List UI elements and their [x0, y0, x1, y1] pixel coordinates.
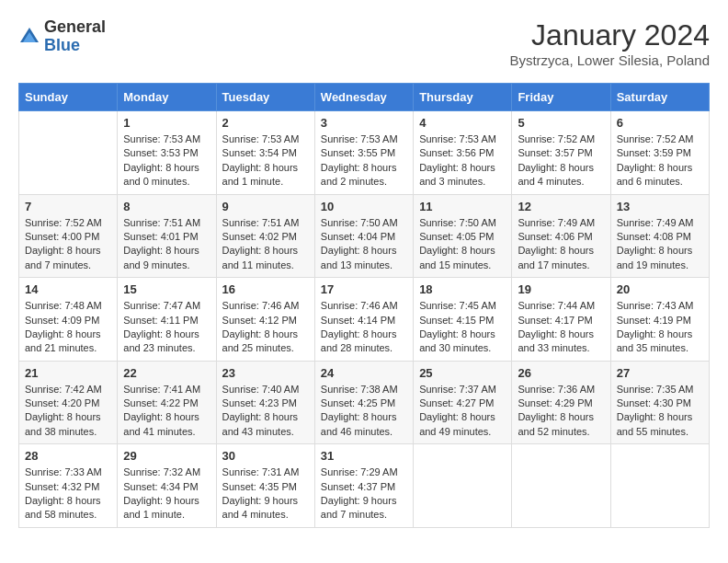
calendar-table: SundayMondayTuesdayWednesdayThursdayFrid…	[18, 83, 710, 528]
calendar-cell: 14Sunrise: 7:48 AM Sunset: 4:09 PM Dayli…	[19, 278, 118, 362]
calendar-cell: 23Sunrise: 7:40 AM Sunset: 4:23 PM Dayli…	[216, 361, 314, 444]
header-day-tuesday: Tuesday	[216, 84, 314, 111]
week-row-2: 7Sunrise: 7:52 AM Sunset: 4:00 PM Daylig…	[19, 194, 710, 278]
day-info: Sunrise: 7:45 AM Sunset: 4:15 PM Dayligh…	[419, 299, 506, 356]
calendar-cell: 22Sunrise: 7:41 AM Sunset: 4:22 PM Dayli…	[118, 361, 216, 444]
calendar-cell: 13Sunrise: 7:49 AM Sunset: 4:08 PM Dayli…	[610, 194, 709, 278]
day-number: 5	[518, 116, 604, 130]
day-number: 22	[123, 366, 210, 380]
calendar-cell: 24Sunrise: 7:38 AM Sunset: 4:25 PM Dayli…	[314, 361, 413, 444]
day-info: Sunrise: 7:36 AM Sunset: 4:29 PM Dayligh…	[518, 383, 604, 440]
calendar-cell: 27Sunrise: 7:35 AM Sunset: 4:30 PM Dayli…	[610, 361, 709, 444]
day-info: Sunrise: 7:31 AM Sunset: 4:35 PM Dayligh…	[222, 465, 309, 523]
week-row-3: 14Sunrise: 7:48 AM Sunset: 4:09 PM Dayli…	[19, 278, 710, 362]
calendar-cell: 6Sunrise: 7:52 AM Sunset: 3:59 PM Daylig…	[610, 111, 709, 195]
header-day-monday: Monday	[118, 84, 216, 111]
day-number: 23	[222, 366, 309, 380]
day-info: Sunrise: 7:43 AM Sunset: 4:19 PM Dayligh…	[617, 299, 703, 356]
day-info: Sunrise: 7:47 AM Sunset: 4:11 PM Dayligh…	[123, 299, 210, 356]
day-number: 26	[518, 366, 604, 380]
header-day-thursday: Thursday	[414, 84, 512, 111]
day-info: Sunrise: 7:49 AM Sunset: 4:08 PM Dayligh…	[617, 216, 703, 273]
day-number: 20	[617, 282, 703, 296]
title-area: January 2024 Bystrzyca, Lower Silesia, P…	[509, 18, 710, 68]
location-title: Bystrzyca, Lower Silesia, Poland	[509, 52, 710, 68]
day-info: Sunrise: 7:51 AM Sunset: 4:02 PM Dayligh…	[222, 216, 309, 273]
day-number: 24	[321, 366, 407, 380]
calendar-cell: 28Sunrise: 7:33 AM Sunset: 4:32 PM Dayli…	[19, 444, 118, 528]
calendar-cell: 11Sunrise: 7:50 AM Sunset: 4:05 PM Dayli…	[414, 194, 512, 278]
logo-blue: Blue	[44, 36, 80, 54]
calendar-cell: 4Sunrise: 7:53 AM Sunset: 3:56 PM Daylig…	[414, 111, 512, 195]
day-info: Sunrise: 7:38 AM Sunset: 4:25 PM Dayligh…	[321, 383, 407, 440]
calendar-cell	[19, 111, 118, 195]
day-number: 4	[419, 116, 506, 130]
calendar-cell	[512, 444, 610, 528]
header-day-wednesday: Wednesday	[314, 84, 413, 111]
day-number: 25	[419, 366, 506, 380]
day-number: 28	[25, 449, 111, 463]
day-number: 13	[617, 200, 703, 213]
calendar-cell: 20Sunrise: 7:43 AM Sunset: 4:19 PM Dayli…	[610, 278, 709, 362]
month-title: January 2024	[509, 18, 710, 52]
day-info: Sunrise: 7:48 AM Sunset: 4:09 PM Dayligh…	[25, 299, 111, 356]
day-info: Sunrise: 7:29 AM Sunset: 4:37 PM Dayligh…	[321, 465, 407, 523]
calendar-cell: 29Sunrise: 7:32 AM Sunset: 4:34 PM Dayli…	[118, 444, 216, 528]
header-row: SundayMondayTuesdayWednesdayThursdayFrid…	[19, 84, 710, 111]
calendar-cell: 7Sunrise: 7:52 AM Sunset: 4:00 PM Daylig…	[19, 194, 118, 278]
logo-general: General	[44, 17, 106, 36]
day-info: Sunrise: 7:44 AM Sunset: 4:17 PM Dayligh…	[518, 299, 604, 356]
day-info: Sunrise: 7:32 AM Sunset: 4:34 PM Dayligh…	[123, 465, 210, 523]
header: General Blue January 2024 Bystrzyca, Low…	[18, 18, 710, 68]
day-number: 2	[222, 116, 309, 130]
calendar-cell: 3Sunrise: 7:53 AM Sunset: 3:55 PM Daylig…	[314, 111, 413, 195]
day-info: Sunrise: 7:46 AM Sunset: 4:12 PM Dayligh…	[222, 299, 309, 356]
calendar-cell: 12Sunrise: 7:49 AM Sunset: 4:06 PM Dayli…	[512, 194, 610, 278]
logo: General Blue	[18, 18, 106, 55]
calendar-cell: 2Sunrise: 7:53 AM Sunset: 3:54 PM Daylig…	[216, 111, 314, 195]
day-number: 11	[419, 200, 506, 213]
day-info: Sunrise: 7:52 AM Sunset: 4:00 PM Dayligh…	[25, 216, 111, 273]
day-number: 17	[321, 282, 407, 296]
week-row-4: 21Sunrise: 7:42 AM Sunset: 4:20 PM Dayli…	[19, 361, 710, 444]
calendar-cell: 31Sunrise: 7:29 AM Sunset: 4:37 PM Dayli…	[314, 444, 413, 528]
day-info: Sunrise: 7:42 AM Sunset: 4:20 PM Dayligh…	[25, 383, 111, 440]
day-info: Sunrise: 7:50 AM Sunset: 4:04 PM Dayligh…	[321, 216, 407, 273]
day-info: Sunrise: 7:53 AM Sunset: 3:55 PM Dayligh…	[321, 132, 407, 190]
header-day-sunday: Sunday	[19, 84, 118, 111]
day-number: 9	[222, 200, 309, 213]
calendar-cell: 25Sunrise: 7:37 AM Sunset: 4:27 PM Dayli…	[414, 361, 512, 444]
day-number: 19	[518, 282, 604, 296]
day-number: 14	[25, 282, 111, 296]
logo-icon	[18, 26, 40, 48]
header-day-saturday: Saturday	[610, 84, 709, 111]
week-row-5: 28Sunrise: 7:33 AM Sunset: 4:32 PM Dayli…	[19, 444, 710, 528]
day-number: 18	[419, 282, 506, 296]
day-info: Sunrise: 7:53 AM Sunset: 3:54 PM Dayligh…	[222, 132, 309, 190]
day-info: Sunrise: 7:35 AM Sunset: 4:30 PM Dayligh…	[617, 383, 703, 440]
day-info: Sunrise: 7:52 AM Sunset: 3:59 PM Dayligh…	[617, 132, 703, 190]
calendar-cell: 15Sunrise: 7:47 AM Sunset: 4:11 PM Dayli…	[118, 278, 216, 362]
day-number: 7	[25, 200, 111, 213]
day-info: Sunrise: 7:46 AM Sunset: 4:14 PM Dayligh…	[321, 299, 407, 356]
calendar-cell: 9Sunrise: 7:51 AM Sunset: 4:02 PM Daylig…	[216, 194, 314, 278]
calendar-cell: 17Sunrise: 7:46 AM Sunset: 4:14 PM Dayli…	[314, 278, 413, 362]
day-info: Sunrise: 7:52 AM Sunset: 3:57 PM Dayligh…	[518, 132, 604, 190]
day-number: 8	[123, 200, 210, 213]
day-info: Sunrise: 7:40 AM Sunset: 4:23 PM Dayligh…	[222, 383, 309, 440]
day-number: 30	[222, 449, 309, 463]
calendar-cell: 10Sunrise: 7:50 AM Sunset: 4:04 PM Dayli…	[314, 194, 413, 278]
day-info: Sunrise: 7:37 AM Sunset: 4:27 PM Dayligh…	[419, 383, 506, 440]
week-row-1: 1Sunrise: 7:53 AM Sunset: 3:53 PM Daylig…	[19, 111, 710, 195]
calendar-cell: 19Sunrise: 7:44 AM Sunset: 4:17 PM Dayli…	[512, 278, 610, 362]
day-number: 29	[123, 449, 210, 463]
day-number: 15	[123, 282, 210, 296]
day-number: 27	[617, 366, 703, 380]
calendar-cell: 18Sunrise: 7:45 AM Sunset: 4:15 PM Dayli…	[414, 278, 512, 362]
day-number: 3	[321, 116, 407, 130]
header-day-friday: Friday	[512, 84, 610, 111]
calendar-cell	[414, 444, 512, 528]
day-info: Sunrise: 7:41 AM Sunset: 4:22 PM Dayligh…	[123, 383, 210, 440]
day-number: 16	[222, 282, 309, 296]
day-number: 1	[123, 116, 210, 130]
